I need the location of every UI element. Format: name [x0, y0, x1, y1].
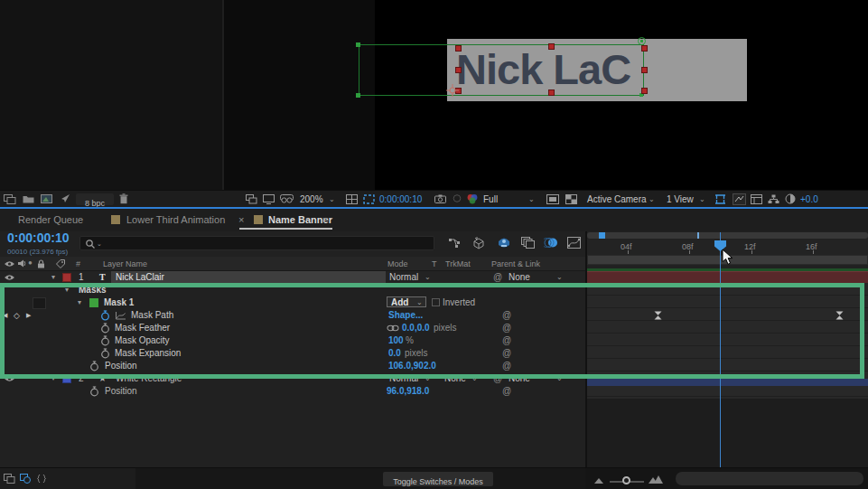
tab-menu-icon[interactable]: ≡	[322, 213, 328, 226]
mask-expansion-label[interactable]: Mask Expansion	[115, 347, 181, 360]
masks-group-label[interactable]: Masks	[79, 284, 107, 296]
monitor-icon[interactable]	[263, 194, 275, 204]
mask-feather-label[interactable]: Mask Feather	[115, 322, 170, 334]
layer-handle[interactable]	[548, 43, 555, 50]
horizontal-scrollbar-handle[interactable]	[676, 472, 863, 485]
zoom-level-select[interactable]: 200%	[300, 193, 323, 206]
mask1-row[interactable]: ▾ Mask 1 Add ⌄ Inverted	[0, 296, 587, 309]
tab-close-icon[interactable]: ×	[238, 213, 244, 226]
chevron-down-icon[interactable]: ⌄	[556, 372, 563, 385]
mask-expansion-row[interactable]: Mask Expansion 0.0 pixels @	[0, 347, 587, 360]
stopwatch-icon[interactable]	[100, 348, 110, 359]
prev-keyframe-icon[interactable]: ◀	[3, 309, 7, 322]
expand-in-out-icon[interactable]	[36, 474, 47, 484]
layer-handle[interactable]	[455, 67, 462, 73]
position-value[interactable]: 106.0,902.0	[388, 360, 436, 372]
stopwatch-icon[interactable]	[89, 361, 99, 371]
masks-group-row[interactable]: ▾ Masks	[0, 284, 587, 296]
graph-icon[interactable]	[115, 311, 126, 320]
stopwatch-icon[interactable]	[100, 335, 110, 346]
layer-row-1[interactable]: ▾ 1 T Nick LaClair Normal ⌄ @ None ⌄	[0, 271, 587, 284]
pickwhip-icon[interactable]: @	[493, 372, 502, 385]
chevron-down-icon[interactable]: ⌄	[699, 193, 705, 206]
parent-select[interactable]: None	[509, 372, 530, 385]
layer1-duration-bar[interactable]	[587, 271, 868, 283]
time-navigator[interactable]	[587, 232, 868, 239]
transparency-grid-icon[interactable]	[565, 194, 577, 204]
shy-toggle-icon[interactable]	[497, 237, 511, 249]
channel-rgb-icon[interactable]	[466, 193, 479, 204]
snapshot-stack-icon[interactable]	[246, 194, 257, 204]
layer-handle[interactable]	[641, 88, 648, 94]
grid-guides-icon[interactable]	[346, 194, 358, 204]
pickwhip-icon[interactable]: @	[502, 385, 511, 398]
chevron-down-icon[interactable]: ⌄	[528, 193, 535, 206]
chevron-down-icon[interactable]: ▾	[65, 284, 69, 296]
exposure-icon[interactable]	[785, 193, 796, 204]
parent-select[interactable]: None	[509, 271, 530, 284]
mask-vertex[interactable]	[356, 42, 360, 47]
chevron-down-icon[interactable]: ⌄	[425, 372, 431, 385]
column-mode[interactable]: Mode	[387, 258, 408, 270]
camera-view-select[interactable]: Active Camera	[587, 193, 647, 206]
pickwhip-icon[interactable]: @	[493, 271, 502, 284]
pixel-aspect-toggle-icon[interactable]	[714, 194, 726, 204]
rocket-icon[interactable]	[60, 193, 70, 204]
chevron-down-icon[interactable]: ⌄	[97, 238, 102, 250]
timeline-panel-icon[interactable]	[751, 194, 762, 204]
chevron-down-icon[interactable]: ▾	[51, 372, 55, 385]
trash-icon[interactable]	[119, 193, 128, 204]
fast-previews-icon[interactable]	[733, 193, 746, 205]
mask-path-row[interactable]: ◀ ◇ ▶ Mask Path Shape... @	[0, 309, 587, 322]
layer-name-cell[interactable]: Nick LaClair	[111, 271, 386, 283]
pickwhip-icon[interactable]: @	[502, 309, 511, 322]
mask-feather-value[interactable]: 0.0,0.0	[402, 322, 430, 334]
position-label[interactable]: Position	[105, 360, 137, 372]
bpc-button[interactable]: 8 bpc	[76, 193, 114, 205]
region-of-interest-icon[interactable]	[363, 194, 375, 204]
draft-3d-icon[interactable]	[472, 237, 485, 249]
search-input[interactable]: ⌄	[79, 236, 434, 250]
mask-visibility-box[interactable]	[33, 297, 46, 309]
playhead-line[interactable]	[720, 232, 721, 467]
mask-path-value[interactable]: Shape...	[388, 309, 423, 322]
layer-handle[interactable]	[641, 67, 648, 73]
expand-transfer-controls-icon[interactable]	[20, 474, 32, 484]
mask-opacity-value[interactable]: 100	[388, 334, 404, 347]
zoom-out-mountain-icon[interactable]	[594, 477, 603, 484]
blend-mode-select[interactable]: Normal	[389, 372, 418, 385]
blend-mode-select[interactable]: Normal	[389, 271, 418, 284]
pickwhip-icon[interactable]: @	[502, 322, 511, 334]
pickwhip-icon[interactable]: @	[502, 360, 511, 372]
layer-handle[interactable]	[455, 45, 462, 52]
column-t[interactable]: T	[432, 258, 437, 270]
toggle-switches-modes-button[interactable]: Toggle Switches / Modes	[383, 472, 493, 486]
mask-vertex[interactable]	[356, 93, 360, 98]
expand-layer-switches-icon[interactable]	[4, 474, 15, 484]
mask-expansion-value[interactable]: 0.0	[388, 347, 401, 360]
layer-handle[interactable]	[548, 89, 555, 96]
layer2-duration-bar[interactable]	[587, 379, 868, 386]
layer-name[interactable]: White Rectangle	[116, 372, 182, 385]
viewer-timecode[interactable]: 0:00:00:10	[379, 193, 422, 206]
label-color-blue[interactable]	[62, 374, 71, 383]
tab-lower-third-animation[interactable]: Lower Third Animation	[126, 213, 225, 226]
snapshot-camera-icon[interactable]	[434, 194, 446, 203]
motion-blur-icon[interactable]	[544, 237, 558, 249]
pickwhip-icon[interactable]: @	[502, 334, 511, 347]
resolution-select[interactable]: Full	[483, 193, 498, 206]
mask-path-keyframe[interactable]	[835, 311, 844, 320]
trkmat-select[interactable]: None	[444, 372, 466, 385]
stopwatch-icon[interactable]	[89, 386, 99, 397]
position-row-layer1[interactable]: Position 106.0,902.0 @	[0, 360, 587, 372]
mask-color-swatch[interactable]	[89, 298, 98, 307]
current-timecode[interactable]: 0:00:00:10	[7, 231, 70, 244]
eye-icon[interactable]	[4, 375, 15, 382]
position-value[interactable]: 96.0,918.0	[387, 385, 429, 398]
chevron-down-icon[interactable]: ▾	[51, 271, 55, 284]
zoom-slider-knob[interactable]	[622, 476, 630, 484]
stopwatch-icon[interactable]	[100, 323, 110, 334]
search-icon[interactable]	[85, 239, 96, 249]
zoom-in-mountains-icon[interactable]	[649, 475, 663, 484]
tab-render-queue[interactable]: Render Queue	[18, 213, 83, 226]
